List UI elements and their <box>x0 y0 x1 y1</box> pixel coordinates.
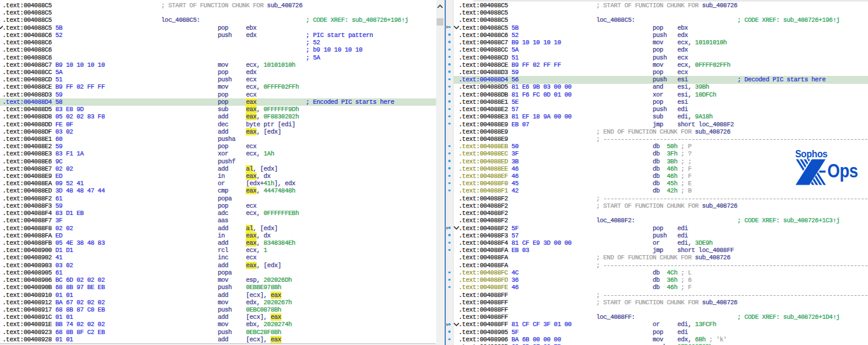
svg-text:Ops: Ops <box>827 160 858 182</box>
svg-text:Sophos: Sophos <box>795 148 827 160</box>
